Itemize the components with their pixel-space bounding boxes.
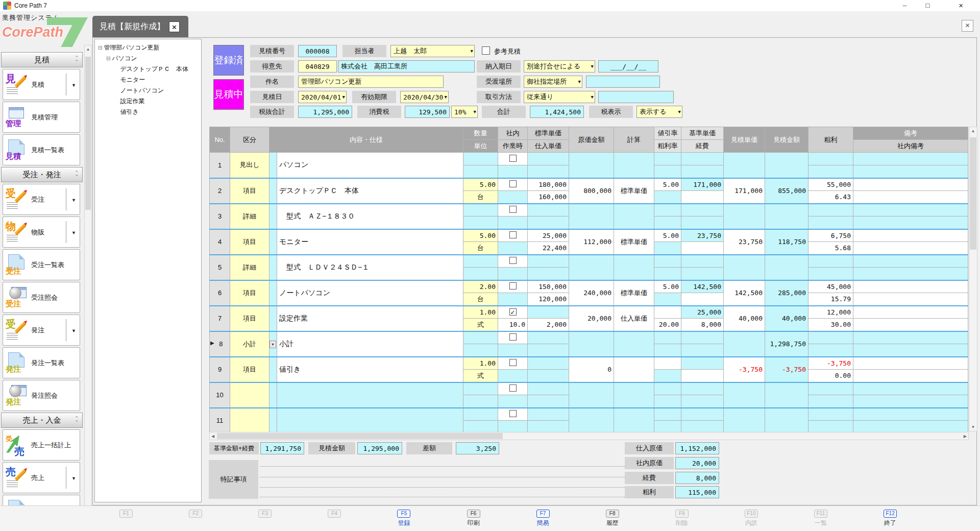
grid-cell[interactable]: 142,500: [724, 280, 765, 306]
grid-cell[interactable]: 標準単価: [614, 280, 654, 306]
grid-row-number[interactable]: ▶8: [210, 331, 230, 357]
fkey-F5[interactable]: F5登録: [381, 509, 427, 527]
grid-cell[interactable]: 式: [463, 370, 498, 382]
chevron-down-icon[interactable]: ▼: [474, 109, 476, 114]
grid-cell[interactable]: 8,000: [681, 319, 724, 331]
grid-cell[interactable]: [853, 306, 968, 319]
grid-cell[interactable]: -3,750: [724, 357, 765, 382]
maximize-button[interactable]: ☐: [916, 0, 939, 11]
grid-cell[interactable]: 5.00: [654, 280, 681, 293]
notes-input-line[interactable]: [260, 466, 674, 467]
tree-item[interactable]: ⊟デスクトップＰＣ 本体: [97, 64, 199, 75]
grid-kubun-cell[interactable]: 項目: [230, 280, 270, 306]
grid-cell[interactable]: [853, 357, 968, 370]
sidebar-scrollbar-thumb[interactable]: [85, 57, 91, 210]
grid-kubun-cell[interactable]: 項目: [230, 357, 270, 382]
chevron-down-icon[interactable]: ▼: [71, 476, 76, 481]
grid-row-number[interactable]: 11: [210, 408, 230, 433]
grid-naiyou-cell[interactable]: 値引き: [277, 357, 463, 382]
scroll-up-icon[interactable]: ▲: [969, 129, 977, 133]
grid-checkbox-cell[interactable]: [498, 229, 528, 242]
collapse-chevron-icon[interactable]: ⌃⌃: [75, 416, 79, 424]
grid-cell[interactable]: 台: [463, 191, 498, 204]
chevron-down-icon[interactable]: ▼: [445, 94, 447, 100]
grid-checkbox-cell[interactable]: [498, 255, 528, 268]
grid-cell[interactable]: [681, 242, 724, 255]
sidebar-button-受注照会[interactable]: 受注受注照会: [3, 282, 80, 313]
sidebar-button-発注照会[interactable]: 発注発注照会: [3, 380, 80, 411]
grid-naiyou-cell[interactable]: モニター: [277, 229, 463, 255]
tree-expander-icon[interactable]: ⊟: [98, 45, 102, 51]
grid-cell[interactable]: [853, 293, 968, 306]
scroll-down-icon[interactable]: ▼: [969, 425, 977, 429]
expiry-combo[interactable]: 2020/04/30▼: [400, 91, 449, 103]
grid-naiyou-cell[interactable]: 小計: [277, 331, 463, 357]
grid-cell[interactable]: [681, 293, 724, 306]
grid-cell[interactable]: 台: [463, 293, 498, 306]
sidebar-section-header[interactable]: 売上・入金⌃⌃: [1, 413, 83, 428]
tab-close-icon[interactable]: ✕: [169, 21, 180, 32]
sidebar-button-物販[interactable]: 物物販▼: [3, 216, 80, 248]
grid-cell[interactable]: 5.68: [808, 242, 853, 255]
grid-checkbox-cell[interactable]: [498, 204, 528, 216]
grid-naiyou-cell[interactable]: 設定作業: [277, 306, 463, 331]
shanai-checkbox[interactable]: [509, 155, 517, 162]
shanai-checkbox[interactable]: [509, 257, 517, 264]
sidebar-button-売上[interactable]: 売売上▼: [3, 462, 80, 493]
minimize-button[interactable]: ─: [893, 0, 916, 11]
scroll-up-icon[interactable]: ▲: [85, 47, 91, 52]
grid-cell[interactable]: 10.0: [498, 319, 528, 331]
grid-checkbox-cell[interactable]: ✓: [498, 306, 528, 319]
grid-cell[interactable]: 仕入単価: [614, 306, 654, 331]
sidebar-scrollbar[interactable]: ▲ ▼: [84, 45, 92, 529]
notes-input-line[interactable]: [260, 497, 674, 497]
grid-cell[interactable]: [853, 229, 968, 242]
grid-row-number[interactable]: 6: [210, 280, 230, 306]
estimate-date-combo[interactable]: 2020/04/01▼: [298, 91, 347, 103]
fkey-F7[interactable]: F7簡易: [520, 509, 566, 527]
grid-checkbox-cell[interactable]: [498, 153, 528, 165]
grid-cell[interactable]: 5.00: [463, 178, 498, 191]
delivery-date-field[interactable]: ___/__/__: [598, 60, 658, 73]
grid-kubun-cell[interactable]: 項目: [230, 229, 270, 255]
sidebar-button-見積一覧表[interactable]: 見積見積一覧表: [3, 134, 80, 165]
collapse-chevron-icon[interactable]: ⌃⌃: [75, 171, 79, 179]
grid-cell[interactable]: 45,000: [808, 280, 853, 293]
grid-cell[interactable]: 20.00: [654, 319, 681, 331]
sidebar-button-見積[interactable]: 見見積▼: [3, 69, 80, 100]
shanai-checkbox[interactable]: [509, 206, 517, 213]
grid-row-number[interactable]: 9: [210, 357, 230, 382]
sidebar-button-受注[interactable]: 受受注▼: [3, 184, 80, 215]
grid-cell[interactable]: [681, 370, 724, 382]
tree-item[interactable]: ⊟管理部パソコン更新: [97, 42, 199, 53]
grid-cell[interactable]: 55,000: [808, 178, 853, 191]
view-close-icon[interactable]: ✕: [962, 20, 973, 32]
grid-cell[interactable]: 1.00: [463, 306, 498, 319]
chevron-down-icon[interactable]: ▼: [71, 198, 76, 203]
fkey-F6[interactable]: F6印刷: [451, 509, 497, 527]
tree-expander-icon[interactable]: ⊟: [106, 56, 110, 61]
grid-naiyou-cell[interactable]: デスクトップＰＣ 本体: [277, 178, 463, 204]
grid-cell[interactable]: 22,400: [528, 242, 569, 255]
close-button[interactable]: ✕: [949, 0, 972, 11]
grid-row-number[interactable]: 5: [210, 255, 230, 280]
grid-cell[interactable]: 2,000: [528, 319, 569, 331]
grid-row-number[interactable]: 7: [210, 306, 230, 331]
grid-kubun-cell[interactable]: 項目: [230, 306, 270, 331]
chevron-down-icon[interactable]: ▼: [342, 94, 345, 100]
grid-cell[interactable]: -3,750: [808, 357, 853, 370]
grid-cell[interactable]: [853, 178, 968, 191]
tree-item[interactable]: ⊟モニター: [97, 75, 199, 85]
grid-naiyou-cell[interactable]: 型式 ＡＺ−１８３０: [277, 204, 463, 229]
notes-input-line[interactable]: [260, 487, 674, 488]
person-combo[interactable]: 上越 太郎▼: [390, 45, 475, 57]
grid-cell[interactable]: [681, 191, 724, 204]
sidebar-button-発注[interactable]: 受発注▼: [3, 315, 80, 346]
grid-cell[interactable]: 0: [569, 357, 614, 382]
chevron-down-icon[interactable]: ▼: [71, 83, 76, 88]
grid-cell[interactable]: 5.00: [654, 229, 681, 242]
grid-cell[interactable]: 0.00: [808, 370, 853, 382]
grid-kubun-cell[interactable]: 小計: [230, 331, 270, 357]
grid-kubun-cell[interactable]: 見出し: [230, 153, 270, 178]
grid-cell[interactable]: 150,000: [528, 280, 569, 293]
